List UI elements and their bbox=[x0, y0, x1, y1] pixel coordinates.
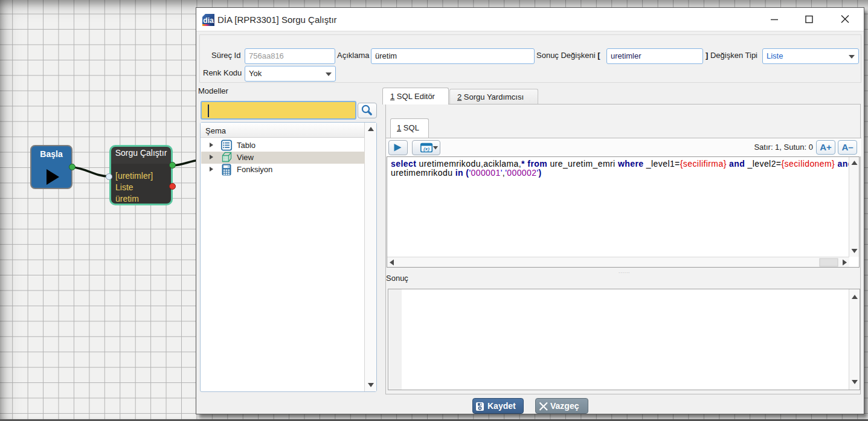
svg-text:(x): (x) bbox=[423, 146, 429, 152]
svg-text:dia: dia bbox=[203, 16, 214, 25]
